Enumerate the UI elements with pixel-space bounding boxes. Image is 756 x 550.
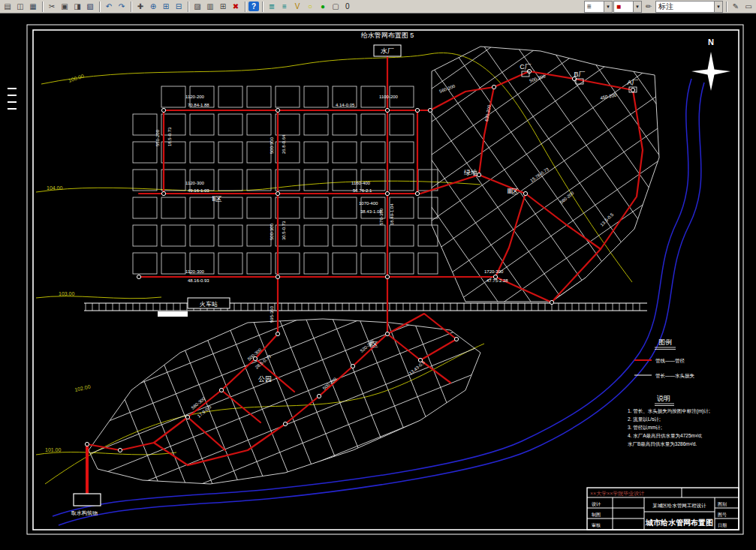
legend-item: 管线——管径 xyxy=(655,358,685,364)
titleblock-field-label: 图号 xyxy=(718,512,727,518)
drawing-svg: 火车站 xyxy=(0,14,756,550)
pipe-node xyxy=(276,275,279,278)
zoom-window-icon[interactable]: ⊞ xyxy=(160,1,172,12)
note-line: 3. 管径以mm计; xyxy=(628,425,662,431)
annotate-dropdown[interactable]: 标注▼ xyxy=(655,1,723,13)
titleblock-field-label: 设计 xyxy=(592,501,601,506)
pipe-label: 30.5-0.73 xyxy=(282,221,286,240)
pipe-label: 1100-200 xyxy=(379,95,399,99)
pipe-label: 500-300 xyxy=(270,137,274,154)
publish-icon[interactable]: ▦ xyxy=(27,1,39,12)
note-line: 1. 管长、水头损失均按图中标注(m)计; xyxy=(628,408,710,414)
toolbar-separator xyxy=(188,2,188,12)
paste-icon[interactable]: ◨ xyxy=(71,1,83,12)
pipe-label: 1160-400 xyxy=(351,181,371,185)
note-line: 2. 流量以L/s计; xyxy=(628,416,661,422)
pipe-node xyxy=(454,337,458,341)
pipe-label: 550-200 xyxy=(155,129,160,146)
legend-item: 管长——水头损失 xyxy=(655,373,695,379)
undo-icon[interactable]: ↶ xyxy=(103,1,115,12)
table-icon[interactable]: ⊞ xyxy=(217,1,229,12)
titleblock-field-label: 制图 xyxy=(592,512,601,518)
block-icon[interactable]: ▢ xyxy=(330,1,342,12)
note-line: 4. 水厂A最高日供水量为4725m³/d; xyxy=(628,433,703,439)
titleblock-field-label: 日期 xyxy=(718,523,727,528)
cad-window: ▤◫▦✂▣◨▧↶↷✚⊕⊞⊟▨▥⊞✖?≣≡V○●▢0≡ ▼■ ▼✏标注▼✎▭ xyxy=(0,0,756,550)
pipe-node xyxy=(385,191,389,195)
pipe-node xyxy=(137,275,140,278)
intake-label: 取水构筑物 xyxy=(71,510,98,516)
pipe-node xyxy=(492,85,495,89)
pipe-label: 1120-300 xyxy=(185,181,205,185)
pipe-label: 1070-400 xyxy=(359,201,378,206)
osnap-icon[interactable]: V xyxy=(291,1,303,12)
pipe-node xyxy=(477,173,480,176)
dimension-style-icon[interactable]: ▭ xyxy=(742,1,754,12)
pipe-label: 570-350 xyxy=(379,208,384,225)
plot-preview-icon[interactable]: ◫ xyxy=(14,1,26,12)
pipe-node xyxy=(85,442,89,446)
zone-label: Ⅱ区 xyxy=(212,195,221,203)
pipe-label: 18.5-0.73 xyxy=(167,127,172,146)
text-style-icon[interactable]: ✎ xyxy=(730,1,742,12)
point-style-icon[interactable]: ● xyxy=(317,1,329,12)
hatch-icon[interactable]: ▨ xyxy=(191,1,203,12)
titleblock-drawing-title: 城市给水管网布置图 xyxy=(645,518,713,527)
pipe-node xyxy=(385,275,389,278)
circle-tool-icon[interactable]: ○ xyxy=(304,1,316,12)
pipe-label: 1120-200 xyxy=(185,95,205,99)
toolbar-separator xyxy=(42,2,43,12)
factory-label: B厂 xyxy=(574,71,585,78)
contour-label: 103.00 xyxy=(59,291,75,296)
layer-properties-icon[interactable]: ≡ xyxy=(279,1,291,12)
pipe-node xyxy=(415,108,419,112)
plot-icon[interactable]: ▤ xyxy=(2,1,14,12)
zoom-previous-icon[interactable]: ⊟ xyxy=(173,1,185,12)
main-toolbar: ▤◫▦✂▣◨▧↶↷✚⊕⊞⊟▨▥⊞✖?≣≡V○●▢0≡ ▼■ ▼✏标注▼✎▭ xyxy=(0,0,756,14)
pipe-node xyxy=(276,108,279,112)
zone-label: Ⅲ区 xyxy=(507,188,518,195)
notes-title: 说明 xyxy=(656,395,670,402)
toolbar-separator xyxy=(262,2,263,12)
legend-title: 图例 xyxy=(658,338,672,346)
layer-control-dropdown[interactable]: ≡ ▼ xyxy=(584,1,613,13)
station-label: 火车站 xyxy=(200,301,218,308)
pipe-label: 26.8-0.64 xyxy=(282,134,286,154)
region-icon[interactable]: ▥ xyxy=(204,1,216,12)
color-control-dropdown[interactable]: ■ ▼ xyxy=(613,1,642,13)
pan-icon[interactable]: ✚ xyxy=(134,1,146,12)
match-properties-icon[interactable]: ▧ xyxy=(84,1,96,12)
pipe-label: 1720-300 xyxy=(484,269,504,274)
pipe-node xyxy=(161,191,165,195)
water-plant-label: 水厂 xyxy=(381,47,394,55)
pencil-icon[interactable]: ✏ xyxy=(643,1,655,12)
station-platform xyxy=(158,311,188,317)
redo-icon[interactable]: ↷ xyxy=(116,1,128,12)
titleblock-school: ××大学××学院毕业设计 xyxy=(590,491,644,497)
toolbar-separator xyxy=(131,2,131,12)
erase-icon[interactable]: ✖ xyxy=(230,1,242,12)
pipe-node xyxy=(276,191,279,195)
copy-icon[interactable]: ▣ xyxy=(59,1,71,12)
zoom-realtime-icon[interactable]: ⊕ xyxy=(147,1,159,12)
pipe-node xyxy=(283,422,287,425)
pipe-label: 18.49-1.04 xyxy=(390,203,394,225)
pipe-node xyxy=(219,388,223,392)
pipe-node xyxy=(415,191,419,195)
contour-label: 104.00 xyxy=(47,185,63,191)
pipe-node xyxy=(550,300,553,304)
layers-icon[interactable]: ≣ xyxy=(266,1,278,12)
pipe-label: 47.75-2.28 xyxy=(486,278,508,283)
help-icon[interactable]: ? xyxy=(248,2,259,11)
pipe-node xyxy=(428,108,432,112)
pipe-node xyxy=(631,88,634,92)
north-label: N xyxy=(708,38,714,47)
zone-label: 绿地 xyxy=(464,169,477,176)
drawing-canvas[interactable]: 火车站 xyxy=(0,14,756,550)
pipe-label: 48.16-0.93 xyxy=(188,278,209,283)
cut-icon[interactable]: ✂ xyxy=(46,1,58,12)
pipe-node xyxy=(385,332,389,335)
titleblock-project: 某城区给水管网工程设计 xyxy=(652,503,706,509)
pipe-node xyxy=(385,108,389,112)
titleblock-field-label: 审核 xyxy=(592,522,601,527)
